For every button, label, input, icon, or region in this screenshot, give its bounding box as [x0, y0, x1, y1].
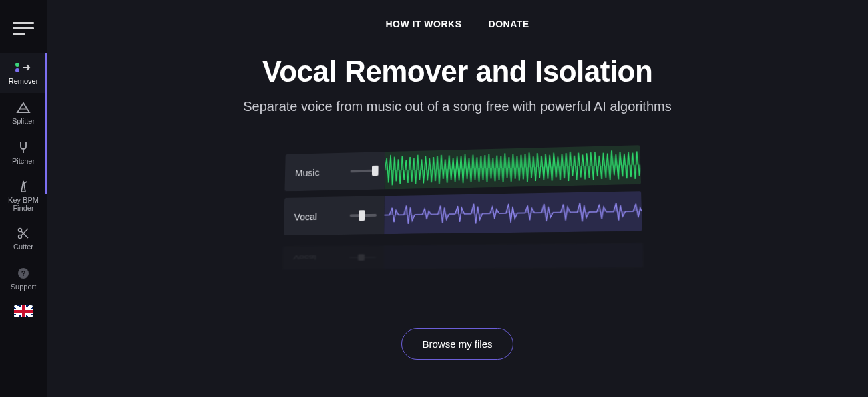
svg-text:?: ?: [21, 269, 26, 277]
sidebar-item-label: Pitcher: [12, 157, 35, 165]
svg-point-1: [15, 68, 19, 72]
track-music: Music: [285, 145, 642, 191]
main-content: HOW IT WORKS DONATE Vocal Remover and Is…: [47, 0, 868, 397]
help-icon: ?: [17, 267, 29, 280]
waveform-preview: Music Vocal: [277, 149, 638, 283]
svg-point-4: [19, 228, 22, 231]
reflection: Vocal: [283, 243, 643, 269]
nav-donate[interactable]: DONATE: [489, 19, 529, 29]
sidebar-item-support[interactable]: ? Support: [0, 259, 47, 299]
page-title: Vocal Remover and Isolation: [262, 55, 653, 88]
nav-how-it-works[interactable]: HOW IT WORKS: [385, 19, 461, 29]
track-vocal-label: Vocal: [294, 210, 342, 222]
sidebar-item-cutter[interactable]: Cutter: [0, 219, 47, 259]
sidebar-item-label: Splitter: [12, 117, 35, 125]
language-selector[interactable]: [14, 305, 33, 317]
menu-toggle-button[interactable]: [13, 19, 34, 38]
svg-point-0: [15, 63, 19, 67]
splitter-icon: [16, 101, 31, 114]
metronome-icon: [17, 180, 29, 193]
sidebar-item-label: Remover: [9, 77, 39, 85]
sidebar-item-label: Cutter: [13, 243, 33, 251]
browse-files-button[interactable]: Browse my files: [401, 328, 513, 360]
sidebar-item-label: Support: [11, 283, 37, 291]
music-volume-slider[interactable]: [351, 170, 377, 173]
vocal-volume-slider[interactable]: [350, 214, 377, 217]
track-vocal: Vocal: [284, 191, 642, 235]
sidebar-item-pitcher[interactable]: Pitcher: [0, 133, 47, 173]
sidebar-item-label: Key BPM Finder: [8, 196, 39, 212]
scissors-icon: [17, 227, 29, 240]
page-subtitle: Separate voice from music out of a song …: [243, 99, 671, 114]
sidebar: Remover Splitter Pitcher Key BPM Finder: [0, 0, 47, 397]
remover-icon: [15, 61, 32, 74]
vocal-waveform: [384, 191, 642, 234]
track-music-label: Music: [295, 166, 343, 178]
sidebar-item-splitter[interactable]: Splitter: [0, 93, 47, 133]
top-nav: HOW IT WORKS DONATE: [385, 19, 529, 29]
svg-point-5: [19, 235, 22, 238]
sidebar-item-remover[interactable]: Remover: [0, 53, 47, 93]
music-waveform: [385, 145, 641, 189]
sidebar-item-keybpm[interactable]: Key BPM Finder: [0, 173, 47, 219]
pitcher-icon: [18, 141, 29, 154]
